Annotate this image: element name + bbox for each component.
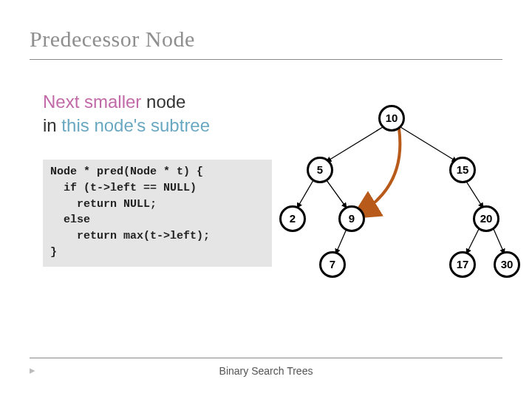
- tree-node-20: 20: [473, 205, 499, 232]
- svg-line-7: [494, 229, 504, 253]
- subtitle-in: in: [43, 115, 61, 135]
- tree-node-9: 9: [338, 205, 365, 232]
- title-underline: [30, 59, 502, 60]
- subtitle-this-subtree: this node's subtree: [61, 115, 210, 135]
- footer-line: [30, 358, 502, 358]
- tree-node-17: 17: [449, 251, 476, 278]
- slide-title: Predecessor Node: [30, 27, 195, 52]
- tree-node-5: 5: [307, 157, 333, 183]
- subtitle-block: Next smaller node in this node's subtree: [43, 90, 210, 138]
- tree-node-15: 15: [449, 157, 476, 183]
- svg-line-5: [336, 229, 347, 253]
- binary-tree-diagram: 10 5 15 2 9 20 7 17 30: [273, 103, 517, 310]
- svg-line-3: [327, 180, 346, 207]
- code-block: Node * pred(Node * t) { if (t->left == N…: [43, 160, 272, 267]
- subtitle-next-smaller: Next smaller: [43, 92, 141, 112]
- tree-node-30: 30: [494, 251, 520, 278]
- svg-line-6: [467, 229, 479, 253]
- footer-caption: Binary Search Trees: [0, 365, 532, 377]
- tree-node-7: 7: [319, 251, 346, 278]
- tree-node-root: 10: [378, 105, 405, 132]
- svg-line-0: [327, 127, 383, 161]
- subtitle-node: node: [141, 92, 185, 112]
- svg-line-2: [298, 180, 313, 207]
- tree-node-2: 2: [279, 205, 306, 232]
- svg-line-1: [400, 127, 456, 161]
- svg-line-4: [466, 180, 482, 207]
